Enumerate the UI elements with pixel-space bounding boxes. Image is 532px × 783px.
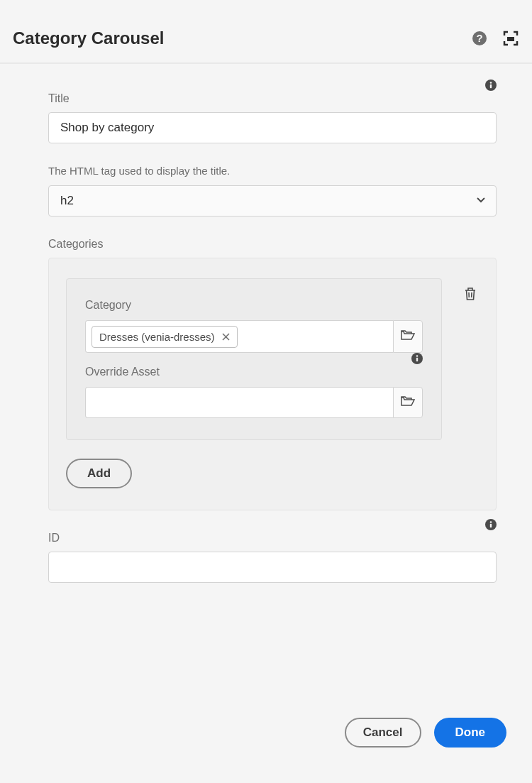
add-button-label: Add bbox=[87, 466, 111, 481]
dialog-title: Category Carousel bbox=[13, 28, 471, 48]
title-field-group: Title bbox=[48, 92, 497, 143]
folder-open-icon bbox=[401, 395, 415, 410]
help-icon[interactable]: ? bbox=[471, 30, 488, 47]
done-button[interactable]: Done bbox=[434, 718, 507, 748]
id-label: ID bbox=[48, 532, 497, 544]
svg-point-10 bbox=[490, 521, 492, 523]
htmltag-select[interactable]: h2 bbox=[48, 185, 497, 217]
delete-column bbox=[462, 278, 479, 304]
id-field-group: ID bbox=[48, 532, 497, 583]
svg-rect-2 bbox=[507, 37, 514, 41]
category-tag-input[interactable]: Dresses (venia-dresses) bbox=[85, 320, 393, 353]
title-input[interactable] bbox=[48, 112, 497, 143]
svg-rect-8 bbox=[416, 358, 418, 362]
header-actions: ? bbox=[471, 30, 519, 47]
category-card: Category Dresses (venia-dresses) bbox=[66, 278, 442, 440]
categories-field-group: Categories Category Dresses (venia-dress… bbox=[48, 238, 497, 510]
cancel-button[interactable]: Cancel bbox=[345, 718, 421, 748]
add-button[interactable]: Add bbox=[66, 459, 132, 488]
svg-point-4 bbox=[490, 82, 492, 84]
title-label: Title bbox=[48, 92, 497, 105]
dialog-header: Category Carousel ? bbox=[0, 0, 532, 64]
info-icon[interactable] bbox=[411, 353, 423, 367]
htmltag-value: h2 bbox=[60, 194, 74, 208]
info-icon[interactable] bbox=[485, 80, 497, 91]
override-input[interactable] bbox=[85, 387, 393, 418]
svg-point-7 bbox=[416, 355, 419, 357]
category-tag: Dresses (venia-dresses) bbox=[92, 326, 238, 348]
htmltag-field-group: The HTML tag used to display the title. … bbox=[48, 165, 497, 217]
categories-label: Categories bbox=[48, 238, 497, 251]
htmltag-description: The HTML tag used to display the title. bbox=[48, 165, 497, 177]
dialog-body: Title The HTML tag used to display the t… bbox=[0, 64, 532, 618]
htmltag-select-wrapper: h2 bbox=[48, 185, 497, 217]
category-tag-label: Dresses (venia-dresses) bbox=[99, 331, 215, 343]
category-row: Category Dresses (venia-dresses) bbox=[66, 278, 479, 459]
category-browse-button[interactable] bbox=[393, 320, 423, 353]
category-sublabel: Category bbox=[85, 299, 423, 312]
override-label: Override Asset bbox=[85, 366, 423, 378]
close-icon[interactable] bbox=[222, 333, 230, 341]
override-asset-group: Override Asset bbox=[85, 366, 423, 418]
override-input-group bbox=[85, 387, 423, 418]
done-label: Done bbox=[455, 725, 486, 740]
categories-panel: Category Dresses (venia-dresses) bbox=[48, 258, 497, 510]
fullscreen-icon[interactable] bbox=[502, 30, 519, 47]
cancel-label: Cancel bbox=[363, 725, 403, 740]
svg-rect-5 bbox=[490, 84, 492, 89]
override-browse-button[interactable] bbox=[393, 387, 423, 418]
folder-open-icon bbox=[401, 329, 415, 344]
delete-button[interactable] bbox=[462, 287, 479, 304]
svg-text:?: ? bbox=[476, 32, 482, 44]
dialog-container: Category Carousel ? Title The HTML tag u… bbox=[0, 0, 532, 783]
svg-rect-11 bbox=[490, 524, 492, 528]
category-input-group: Dresses (venia-dresses) bbox=[85, 320, 423, 353]
trash-icon bbox=[464, 287, 477, 304]
dialog-footer: Cancel Done bbox=[345, 718, 506, 748]
info-icon[interactable] bbox=[485, 519, 497, 530]
id-input[interactable] bbox=[48, 552, 497, 583]
